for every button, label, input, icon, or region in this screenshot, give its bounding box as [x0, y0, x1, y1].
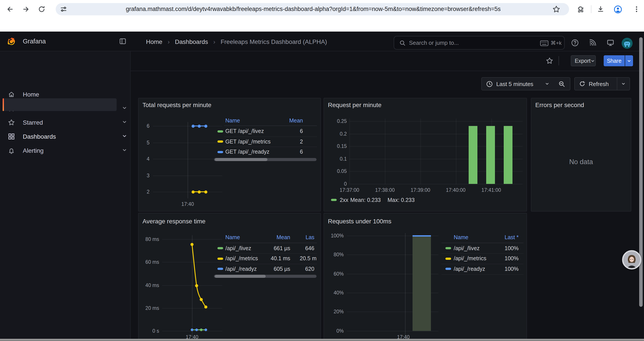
- sidebar-active-bg[interactable]: [3, 98, 116, 111]
- display-icon[interactable]: [607, 39, 614, 47]
- browser-toolbar: grafana.mathmast.com/d/deytv4rwavabkb/fr…: [0, 0, 644, 19]
- legend-last-value: 620: [289, 266, 314, 272]
- chevron-down-icon[interactable]: [122, 119, 127, 125]
- extensions-icon[interactable]: [577, 6, 584, 13]
- sidebar-item-dashboards[interactable]: Dashboards: [0, 130, 131, 143]
- share-button[interactable]: Share: [604, 55, 625, 66]
- legend-name[interactable]: GET /api/_/readyz: [225, 149, 270, 155]
- bookmark-star-icon[interactable]: [552, 5, 560, 13]
- refresh-button[interactable]: Refresh: [574, 77, 617, 90]
- time-range-picker[interactable]: Last 5 minutes: [481, 77, 554, 90]
- reload-icon[interactable]: [38, 6, 45, 13]
- legend-last-value: 20.5 m: [289, 255, 316, 261]
- bar-2xx: [486, 126, 495, 184]
- back-icon[interactable]: [6, 6, 14, 13]
- url-bar[interactable]: grafana.mathmast.com/d/deytv4rwavabkb/fr…: [56, 3, 569, 15]
- legend-max: Max: 0.233: [388, 197, 415, 203]
- legend-series[interactable]: 2xx: [340, 197, 348, 203]
- vertical-scrollbar-thumb[interactable]: [639, 37, 643, 307]
- y-tick: 80 ms: [140, 236, 159, 242]
- legend-value: 100%: [484, 266, 518, 272]
- y-tick: 5: [136, 139, 150, 146]
- x-tick: 17:40:00: [442, 187, 469, 193]
- legend-name[interactable]: GET /api/_/livez: [225, 128, 264, 134]
- legend-name[interactable]: /api/_/livez: [454, 245, 480, 251]
- panel-title[interactable]: Request per minute: [328, 101, 382, 108]
- forward-icon[interactable]: [22, 6, 29, 13]
- x-tick: 17:37:00: [336, 187, 362, 193]
- sidebar-toggle-icon[interactable]: [119, 38, 126, 45]
- y-tick: 0.15: [329, 143, 347, 149]
- url-text[interactable]: grafana.mathmast.com/d/deytv4rwavabkb/fr…: [126, 3, 501, 15]
- breadcrumb-dashboards[interactable]: Dashboards: [175, 38, 208, 45]
- chevron-right-icon: ›: [168, 38, 170, 45]
- legend-header-name[interactable]: Name: [454, 234, 468, 240]
- breadcrumb-current: Freeleaps Metrics Dashboard (ALPHA): [220, 38, 327, 45]
- sidebar-item-label: Starred: [23, 119, 43, 126]
- news-rss-icon[interactable]: [589, 39, 596, 47]
- legend-header-name[interactable]: Name: [225, 118, 240, 124]
- panel-errors-per-second: [531, 98, 631, 212]
- grafana-logo[interactable]: [6, 37, 16, 46]
- bar-2xx: [504, 126, 512, 184]
- legend-pill-blue: [218, 151, 223, 153]
- download-icon[interactable]: [597, 6, 604, 13]
- legend-mean: Mean: 0.233: [350, 197, 381, 203]
- bar-under100-cap: [412, 235, 431, 236]
- chevron-right-icon: ›: [213, 38, 215, 45]
- legend-scrollbar-thumb[interactable]: [215, 275, 266, 278]
- legend-header-last[interactable]: Last *: [484, 234, 518, 240]
- panel-title[interactable]: Total requests per minute: [142, 101, 211, 108]
- y-tick: 6: [136, 123, 150, 129]
- refresh-label: Refresh: [589, 81, 609, 87]
- chevron-down-icon[interactable]: [122, 105, 127, 111]
- chevron-down-icon[interactable]: [122, 133, 127, 139]
- y-tick: 40 ms: [140, 282, 159, 288]
- clock-icon: [486, 81, 493, 87]
- legend-header-last[interactable]: Las: [306, 234, 317, 240]
- site-settings-icon[interactable]: [60, 6, 67, 13]
- legend-mean-value: 661 µs: [251, 245, 290, 251]
- y-tick: 40%: [324, 290, 344, 296]
- legend-scrollbar-thumb[interactable]: [215, 158, 268, 161]
- legend-name[interactable]: GET /api/_/metrics: [225, 138, 271, 145]
- profile-icon[interactable]: [614, 5, 622, 14]
- search-placeholder: Search or jump to...: [409, 40, 459, 46]
- menu-kebab-icon[interactable]: [633, 5, 640, 13]
- sidebar-item-label: Alerting: [23, 147, 44, 154]
- y-tick: 20%: [324, 308, 344, 315]
- panel-title[interactable]: Requests under 100ms: [328, 218, 392, 225]
- y-tick: 20 ms: [140, 305, 159, 311]
- export-button[interactable]: Export: [571, 55, 596, 66]
- legend-name[interactable]: /api/_/readyz: [454, 266, 485, 272]
- screen: grafana.mathmast.com/d/deytv4rwavabkb/fr…: [0, 0, 644, 341]
- legend-pill-green: [218, 130, 223, 132]
- legend-header-mean[interactable]: Mean: [268, 118, 303, 124]
- legend-name[interactable]: /api/_/metrics: [454, 255, 486, 261]
- user-avatar[interactable]: [622, 38, 632, 49]
- zoom-out-button[interactable]: [554, 77, 570, 90]
- refresh-interval-button[interactable]: [617, 77, 630, 90]
- share-menu-button[interactable]: [625, 55, 633, 66]
- legend-header-name[interactable]: Name: [225, 234, 240, 240]
- brand-label[interactable]: Grafana: [23, 38, 46, 45]
- share-label: Share: [607, 58, 622, 64]
- panel-title[interactable]: Errors per second: [535, 101, 584, 108]
- chevron-down-icon[interactable]: [122, 147, 127, 153]
- chevron-down-icon: [621, 82, 626, 86]
- breadcrumb-home[interactable]: Home: [146, 38, 162, 45]
- y-tick: 0.25: [329, 118, 347, 124]
- help-icon[interactable]: [571, 39, 579, 47]
- search-input[interactable]: Search or jump to... ⌘+k: [394, 36, 565, 50]
- legend-pill-yellow: [218, 257, 223, 260]
- assistant-avatar[interactable]: [622, 250, 641, 269]
- horizontal-scrollbar[interactable]: [0, 338, 644, 341]
- refresh-icon: [579, 81, 585, 87]
- legend-name[interactable]: /api/_/livez: [225, 245, 251, 251]
- sidebar-item-starred[interactable]: Starred: [0, 116, 131, 129]
- keyboard-icon: [540, 40, 548, 46]
- legend-header-mean[interactable]: Mean: [260, 234, 290, 240]
- favorite-star-icon[interactable]: [546, 57, 553, 65]
- panel-title[interactable]: Average response time: [142, 218, 206, 225]
- sidebar-item-alerting[interactable]: Alerting: [0, 144, 131, 157]
